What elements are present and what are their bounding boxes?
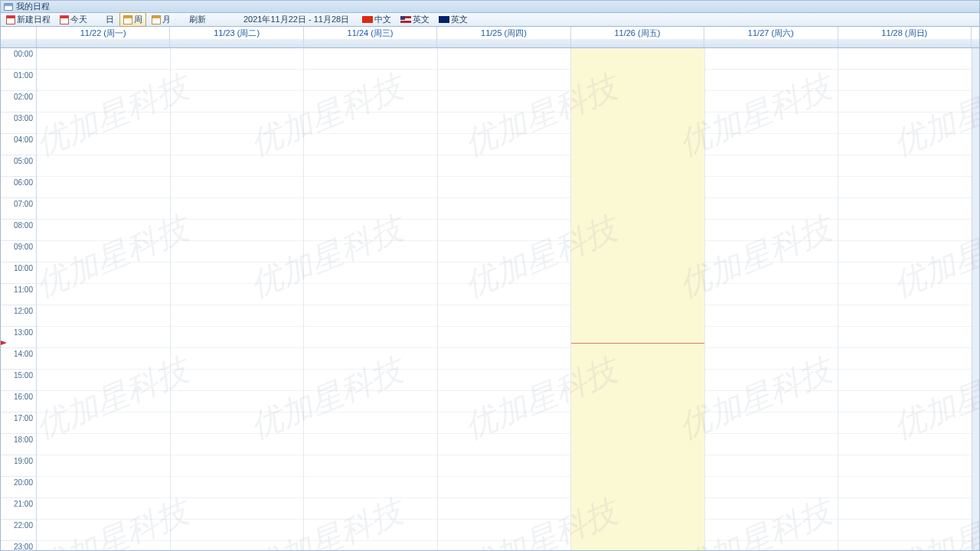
week-icon	[123, 15, 132, 24]
hour-label: 13:00	[14, 328, 33, 337]
new-event-icon	[6, 15, 15, 24]
hour-label: 21:00	[14, 500, 33, 508]
hour-label: 10:00	[14, 264, 33, 272]
today-icon	[60, 15, 69, 24]
day-column[interactable]	[171, 48, 305, 550]
today-button[interactable]: 今天	[56, 12, 91, 27]
hour-row: 02:00	[1, 91, 36, 112]
today-label: 今天	[70, 14, 87, 25]
hour-label: 18:00	[14, 435, 33, 444]
hour-row: 20:00	[1, 477, 36, 498]
date-range: 2021年11月22日 - 11月28日	[243, 14, 349, 25]
day-column[interactable]	[571, 48, 705, 550]
window-title: 我的日程	[16, 1, 50, 12]
refresh-label: 刷新	[189, 14, 206, 25]
calendar-icon	[4, 3, 13, 11]
header-scroll-pad	[972, 27, 979, 39]
day-column[interactable]	[304, 48, 438, 550]
day-header[interactable]: 11/27 (周六)	[704, 27, 838, 39]
allday-cell[interactable]	[170, 39, 303, 47]
lang-en2-button[interactable]: 英文	[435, 12, 472, 27]
day-header[interactable]: 11/28 (周日)	[838, 27, 972, 39]
new-event-button[interactable]: 新建日程	[2, 12, 54, 27]
hour-row: 06:00	[1, 177, 36, 198]
flag-us-icon	[400, 16, 411, 23]
hour-row: 16:00	[1, 391, 36, 412]
allday-cell[interactable]	[838, 39, 972, 47]
month-icon	[152, 15, 161, 24]
lang-en-button[interactable]: 英文	[397, 12, 433, 27]
hour-label: 09:00	[14, 243, 33, 251]
new-event-label: 新建日程	[17, 14, 51, 25]
day-column[interactable]	[438, 48, 572, 550]
window-titlebar: 我的日程	[0, 0, 980, 13]
hour-label: 04:00	[14, 135, 33, 144]
hour-label: 12:00	[14, 307, 33, 315]
hour-label: 00:00	[14, 50, 33, 58]
refresh-button[interactable]: 刷新	[185, 12, 210, 27]
hour-label: 17:00	[14, 414, 33, 422]
view-day-label: 日	[106, 14, 114, 25]
allday-cell[interactable]	[37, 39, 170, 47]
hour-label: 05:00	[14, 157, 33, 165]
day-header-row: 11/22 (周一) 11/23 (周二) 11/24 (周三) 11/25 (…	[0, 27, 980, 39]
toolbar: 新建日程 今天 日 周 月 刷新 2021年11月22日 - 11月28日 中文…	[0, 13, 980, 27]
hour-row: 00:00	[1, 48, 36, 70]
hour-row: 03:00	[1, 112, 36, 134]
hour-row: 10:00	[1, 262, 36, 284]
hour-label: 16:00	[14, 393, 33, 401]
day-column[interactable]	[705, 48, 839, 550]
allday-scroll-pad	[972, 39, 979, 47]
hour-label: 07:00	[14, 200, 33, 208]
view-week-button[interactable]: 周	[119, 12, 146, 27]
day-header[interactable]: 11/22 (周一)	[37, 27, 170, 39]
time-grid: 00:0001:0002:0003:0004:0005:0006:0007:00…	[0, 48, 980, 551]
allday-gutter	[1, 39, 37, 47]
allday-cell[interactable]	[437, 39, 570, 47]
view-week-label: 周	[134, 14, 142, 25]
allday-cell[interactable]	[304, 39, 437, 47]
hour-row: 14:00	[1, 348, 36, 370]
scrollbar[interactable]	[972, 48, 979, 550]
allday-row	[0, 39, 980, 48]
day-columns	[37, 48, 972, 550]
hour-label: 02:00	[14, 93, 33, 101]
header-gutter	[1, 27, 37, 39]
hour-label: 14:00	[14, 350, 33, 358]
hour-row: 21:00	[1, 498, 36, 520]
day-header[interactable]: 11/25 (周四)	[437, 27, 570, 39]
hour-label: 23:00	[14, 543, 33, 551]
allday-cell[interactable]	[571, 39, 704, 47]
hour-row: 08:00	[1, 220, 36, 241]
hour-row: 22:00	[1, 520, 36, 541]
lang-en-label: 英文	[413, 14, 430, 25]
lang-cn-button[interactable]: 中文	[358, 12, 395, 27]
hour-label: 22:00	[14, 521, 33, 530]
now-line	[571, 343, 704, 344]
view-month-label: 月	[162, 14, 171, 25]
day-header[interactable]: 11/24 (周三)	[304, 27, 437, 39]
allday-cell[interactable]	[704, 39, 838, 47]
day-header[interactable]: 11/23 (周二)	[170, 27, 303, 39]
time-gutter: 00:0001:0002:0003:0004:0005:0006:0007:00…	[1, 48, 37, 550]
view-day-button[interactable]: 日	[102, 12, 118, 27]
hour-row: 01:00	[1, 70, 36, 91]
lang-en2-label: 英文	[451, 14, 468, 25]
hour-row: 11:00	[1, 284, 36, 305]
hour-row: 17:00	[1, 412, 36, 434]
hour-row: 05:00	[1, 155, 36, 177]
hour-row: 23:00	[1, 541, 36, 551]
view-month-button[interactable]: 月	[148, 12, 175, 27]
day-header[interactable]: 11/26 (周五)	[571, 27, 704, 39]
hour-row: 13:00	[1, 327, 36, 348]
day-column[interactable]	[838, 48, 972, 550]
hour-row: 12:00	[1, 305, 36, 327]
hour-row: 07:00	[1, 198, 36, 220]
hour-label: 19:00	[14, 457, 33, 465]
hour-label: 15:00	[14, 371, 33, 380]
hour-row: 18:00	[1, 434, 36, 455]
day-column[interactable]	[37, 48, 171, 550]
hour-label: 08:00	[14, 221, 33, 230]
lang-cn-label: 中文	[374, 14, 391, 25]
hour-label: 11:00	[14, 285, 33, 294]
